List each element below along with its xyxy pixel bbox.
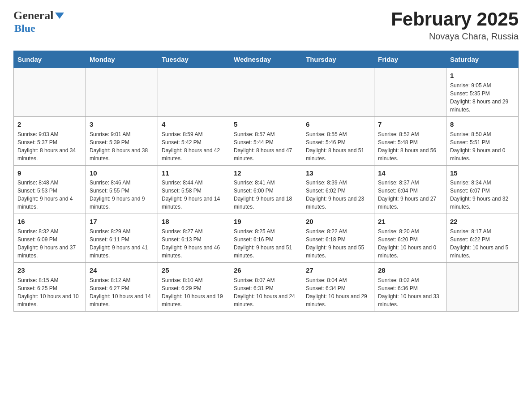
- day-number: 17: [90, 217, 154, 227]
- day-info: Sunrise: 8:22 AMSunset: 6:18 PMDaylight:…: [306, 227, 370, 260]
- calendar-cell: 9Sunrise: 8:48 AMSunset: 5:53 PMDaylight…: [14, 165, 86, 214]
- calendar-cell: 4Sunrise: 8:59 AMSunset: 5:42 PMDaylight…: [158, 116, 230, 165]
- calendar-week-row: 16Sunrise: 8:32 AMSunset: 6:09 PMDayligh…: [14, 214, 519, 263]
- day-number: 6: [306, 120, 370, 129]
- weekday-header-sunday: Sunday: [14, 51, 86, 68]
- day-info: Sunrise: 8:12 AMSunset: 6:27 PMDaylight:…: [90, 276, 154, 308]
- day-info: Sunrise: 8:41 AMSunset: 6:00 PMDaylight:…: [234, 179, 298, 211]
- weekday-header-thursday: Thursday: [302, 51, 374, 68]
- day-info: Sunrise: 8:10 AMSunset: 6:29 PMDaylight:…: [162, 276, 226, 308]
- calendar-cell: 18Sunrise: 8:27 AMSunset: 6:13 PMDayligh…: [158, 214, 230, 263]
- calendar-cell: [302, 68, 374, 117]
- weekday-header-friday: Friday: [374, 51, 446, 68]
- calendar-cell: [158, 68, 230, 117]
- day-number: 3: [90, 120, 154, 129]
- day-info: Sunrise: 8:15 AMSunset: 6:25 PMDaylight:…: [17, 276, 82, 308]
- day-info: Sunrise: 8:48 AMSunset: 5:53 PMDaylight:…: [17, 179, 82, 211]
- day-number: 11: [162, 168, 226, 178]
- calendar-cell: 15Sunrise: 8:34 AMSunset: 6:07 PMDayligh…: [446, 165, 519, 214]
- calendar-cell: 12Sunrise: 8:41 AMSunset: 6:00 PMDayligh…: [230, 165, 302, 214]
- day-info: Sunrise: 8:55 AMSunset: 5:46 PMDaylight:…: [306, 130, 370, 163]
- calendar-cell: 25Sunrise: 8:10 AMSunset: 6:29 PMDayligh…: [158, 263, 230, 312]
- calendar-cell: 13Sunrise: 8:39 AMSunset: 6:02 PMDayligh…: [302, 165, 374, 214]
- calendar-week-row: 2Sunrise: 9:03 AMSunset: 5:37 PMDaylight…: [14, 116, 519, 165]
- calendar-cell: 11Sunrise: 8:44 AMSunset: 5:58 PMDayligh…: [158, 165, 230, 214]
- day-info: Sunrise: 8:50 AMSunset: 5:51 PMDaylight:…: [450, 130, 515, 163]
- weekday-header-wednesday: Wednesday: [230, 51, 302, 68]
- weekday-header-monday: Monday: [86, 51, 158, 68]
- weekday-header-row: SundayMondayTuesdayWednesdayThursdayFrid…: [14, 51, 519, 68]
- day-number: 13: [306, 168, 370, 178]
- day-number: 8: [450, 120, 515, 129]
- day-number: 28: [378, 265, 442, 275]
- day-info: Sunrise: 9:01 AMSunset: 5:39 PMDaylight:…: [90, 130, 154, 163]
- day-info: Sunrise: 8:32 AMSunset: 6:09 PMDaylight:…: [17, 227, 82, 260]
- calendar-cell: [446, 263, 519, 312]
- day-number: 19: [234, 217, 298, 227]
- calendar-cell: 28Sunrise: 8:02 AMSunset: 6:36 PMDayligh…: [374, 263, 446, 312]
- calendar-week-row: 9Sunrise: 8:48 AMSunset: 5:53 PMDaylight…: [14, 165, 519, 214]
- day-info: Sunrise: 8:52 AMSunset: 5:48 PMDaylight:…: [378, 130, 442, 163]
- day-info: Sunrise: 9:03 AMSunset: 5:37 PMDaylight:…: [17, 130, 82, 163]
- day-number: 2: [17, 120, 82, 129]
- logo-general-text: General: [13, 9, 54, 22]
- calendar-cell: 26Sunrise: 8:07 AMSunset: 6:31 PMDayligh…: [230, 263, 302, 312]
- day-number: 26: [234, 265, 298, 275]
- calendar-cell: 17Sunrise: 8:29 AMSunset: 6:11 PMDayligh…: [86, 214, 158, 263]
- day-number: 12: [234, 168, 298, 178]
- day-info: Sunrise: 8:07 AMSunset: 6:31 PMDaylight:…: [234, 276, 298, 308]
- title-block: February 2025 Novaya Chara, Russia: [391, 9, 519, 42]
- day-number: 18: [162, 217, 226, 227]
- logo-blue-text: Blue: [14, 22, 35, 34]
- calendar-cell: [86, 68, 158, 117]
- calendar-cell: 6Sunrise: 8:55 AMSunset: 5:46 PMDaylight…: [302, 116, 374, 165]
- month-title: February 2025: [391, 9, 519, 30]
- calendar-cell: 16Sunrise: 8:32 AMSunset: 6:09 PMDayligh…: [14, 214, 86, 263]
- weekday-header-tuesday: Tuesday: [158, 51, 230, 68]
- calendar-cell: 7Sunrise: 8:52 AMSunset: 5:48 PMDaylight…: [374, 116, 446, 165]
- calendar-cell: 14Sunrise: 8:37 AMSunset: 6:04 PMDayligh…: [374, 165, 446, 214]
- day-number: 24: [90, 265, 154, 275]
- calendar-cell: 3Sunrise: 9:01 AMSunset: 5:39 PMDaylight…: [86, 116, 158, 165]
- day-number: 25: [162, 265, 226, 275]
- calendar-cell: 19Sunrise: 8:25 AMSunset: 6:16 PMDayligh…: [230, 214, 302, 263]
- calendar-cell: 1Sunrise: 9:05 AMSunset: 5:35 PMDaylight…: [446, 68, 519, 117]
- day-info: Sunrise: 8:57 AMSunset: 5:44 PMDaylight:…: [234, 130, 298, 163]
- day-number: 27: [306, 265, 370, 275]
- day-info: Sunrise: 8:46 AMSunset: 5:55 PMDaylight:…: [90, 179, 154, 211]
- calendar-cell: [14, 68, 86, 117]
- day-number: 14: [378, 168, 442, 178]
- day-number: 20: [306, 217, 370, 227]
- day-info: Sunrise: 8:59 AMSunset: 5:42 PMDaylight:…: [162, 130, 226, 163]
- day-number: 10: [90, 168, 154, 178]
- calendar-cell: 5Sunrise: 8:57 AMSunset: 5:44 PMDaylight…: [230, 116, 302, 165]
- day-info: Sunrise: 8:25 AMSunset: 6:16 PMDaylight:…: [234, 227, 298, 260]
- day-info: Sunrise: 9:05 AMSunset: 5:35 PMDaylight:…: [450, 81, 515, 114]
- calendar-cell: 2Sunrise: 9:03 AMSunset: 5:37 PMDaylight…: [14, 116, 86, 165]
- calendar-week-row: 23Sunrise: 8:15 AMSunset: 6:25 PMDayligh…: [14, 263, 519, 312]
- day-number: 23: [17, 265, 82, 275]
- calendar-cell: 10Sunrise: 8:46 AMSunset: 5:55 PMDayligh…: [86, 165, 158, 214]
- day-info: Sunrise: 8:39 AMSunset: 6:02 PMDaylight:…: [306, 179, 370, 211]
- day-info: Sunrise: 8:20 AMSunset: 6:20 PMDaylight:…: [378, 227, 442, 260]
- day-number: 9: [17, 168, 82, 178]
- calendar-cell: [230, 68, 302, 117]
- page-header: General Blue February 2025 Novaya Chara,…: [13, 9, 519, 42]
- day-number: 1: [450, 71, 515, 81]
- day-number: 4: [162, 120, 226, 129]
- day-info: Sunrise: 8:04 AMSunset: 6:34 PMDaylight:…: [306, 276, 370, 308]
- calendar-week-row: 1Sunrise: 9:05 AMSunset: 5:35 PMDaylight…: [14, 68, 519, 117]
- calendar-cell: 20Sunrise: 8:22 AMSunset: 6:18 PMDayligh…: [302, 214, 374, 263]
- day-number: 22: [450, 217, 515, 227]
- day-info: Sunrise: 8:02 AMSunset: 6:36 PMDaylight:…: [378, 276, 442, 308]
- day-info: Sunrise: 8:29 AMSunset: 6:11 PMDaylight:…: [90, 227, 154, 260]
- calendar-cell: 24Sunrise: 8:12 AMSunset: 6:27 PMDayligh…: [86, 263, 158, 312]
- calendar-cell: [374, 68, 446, 117]
- day-info: Sunrise: 8:37 AMSunset: 6:04 PMDaylight:…: [378, 179, 442, 211]
- calendar-cell: 21Sunrise: 8:20 AMSunset: 6:20 PMDayligh…: [374, 214, 446, 263]
- calendar-table: SundayMondayTuesdayWednesdayThursdayFrid…: [13, 51, 519, 312]
- day-number: 21: [378, 217, 442, 227]
- weekday-header-saturday: Saturday: [446, 51, 519, 68]
- calendar-cell: 8Sunrise: 8:50 AMSunset: 5:51 PMDaylight…: [446, 116, 519, 165]
- day-number: 16: [17, 217, 82, 227]
